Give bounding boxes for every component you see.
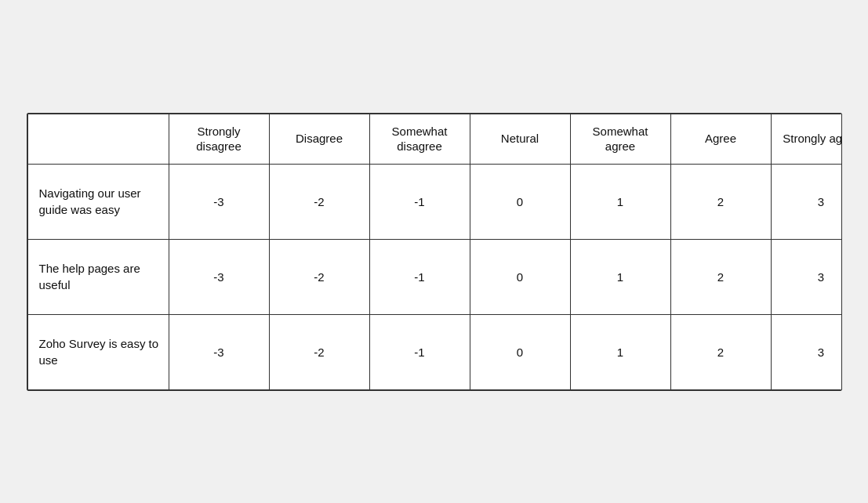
header-row: Strongly disagree Disagree Somewhat disa… xyxy=(27,114,842,164)
header-somewhat-agree: Somewhat agree xyxy=(570,114,670,164)
cell-1-1: -2 xyxy=(269,239,369,314)
cell-2-2: -1 xyxy=(369,314,470,389)
cell-2-4: 1 xyxy=(570,314,670,389)
table-row: The help pages are useful-3-2-10123 xyxy=(27,239,842,314)
row-label-1: The help pages are useful xyxy=(27,239,169,314)
header-strongly-disagree: Strongly disagree xyxy=(169,114,269,164)
table-row: Zoho Survey is easy to use-3-2-10123 xyxy=(27,314,842,389)
cell-1-3: 0 xyxy=(470,239,570,314)
cell-0-6: 3 xyxy=(771,164,842,239)
cell-1-5: 2 xyxy=(670,239,771,314)
survey-table: Strongly disagree Disagree Somewhat disa… xyxy=(27,114,842,390)
cell-1-6: 3 xyxy=(771,239,842,314)
survey-table-container: Strongly disagree Disagree Somewhat disa… xyxy=(27,113,842,391)
cell-0-5: 2 xyxy=(670,164,771,239)
row-label-0: Navigating our user guide was easy xyxy=(27,164,169,239)
cell-1-4: 1 xyxy=(570,239,670,314)
header-neutral: Netural xyxy=(470,114,570,164)
cell-2-0: -3 xyxy=(169,314,269,389)
header-strongly-agree: Strongly agree xyxy=(771,114,842,164)
cell-2-1: -2 xyxy=(269,314,369,389)
cell-1-0: -3 xyxy=(169,239,269,314)
cell-1-2: -1 xyxy=(369,239,470,314)
header-agree: Agree xyxy=(670,114,771,164)
header-question xyxy=(27,114,169,164)
cell-0-0: -3 xyxy=(169,164,269,239)
cell-2-5: 2 xyxy=(670,314,771,389)
cell-0-2: -1 xyxy=(369,164,470,239)
cell-0-3: 0 xyxy=(470,164,570,239)
cell-2-3: 0 xyxy=(470,314,570,389)
cell-0-1: -2 xyxy=(269,164,369,239)
table-row: Navigating our user guide was easy-3-2-1… xyxy=(27,164,842,239)
cell-0-4: 1 xyxy=(570,164,670,239)
row-label-2: Zoho Survey is easy to use xyxy=(27,314,169,389)
header-disagree: Disagree xyxy=(269,114,369,164)
cell-2-6: 3 xyxy=(771,314,842,389)
header-somewhat-disagree: Somewhat disagree xyxy=(369,114,470,164)
